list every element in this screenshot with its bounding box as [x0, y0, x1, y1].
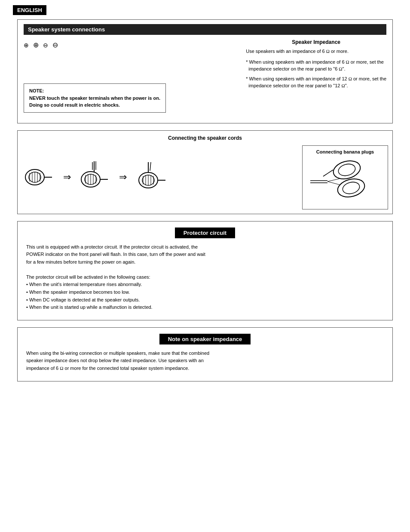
impedance-line3: impedance selector on the rear panel to …	[246, 65, 386, 73]
protector-line7: • When the speaker impedance becomes too…	[26, 289, 384, 296]
protector-line8: • When DC voltage is detected at the spe…	[26, 296, 384, 304]
impedance-line1: Use speakers with an impedance of 6 Ω or…	[246, 48, 386, 55]
terminal-3: ⊖	[43, 42, 48, 49]
protector-title: Protector circuit	[175, 228, 235, 238]
svg-point-31	[331, 158, 362, 181]
impedance-title: Speaker Impedance	[246, 39, 386, 45]
impedance-note-line1: When using the bi-wiring connection or m…	[26, 350, 384, 357]
protector-line1: This unit is equipped with a protector c…	[26, 243, 384, 251]
note-line1: NEVER touch the speaker terminals when t…	[29, 95, 160, 102]
protector-line2: POWER indicator on the front panel will …	[26, 251, 384, 258]
connector-wire-svg	[78, 158, 112, 197]
banana-plugs-box: Connecting banana plugs	[302, 145, 388, 209]
language-header: ENGLISH	[13, 5, 46, 15]
cord-steps: ⇒	[22, 158, 298, 197]
step2-connector	[78, 158, 112, 197]
impedance-text: Use speakers with an impedance of 6 Ω or…	[246, 48, 386, 89]
terminal-2: ⊕	[33, 41, 39, 49]
impedance-note-section: Note on speaker impedance When using the…	[17, 327, 393, 381]
svg-line-36	[327, 178, 340, 181]
connector-closed-svg	[22, 160, 56, 194]
protector-line6: • When the unit's internal temperature r…	[26, 281, 384, 289]
note-label: NOTE:	[29, 88, 44, 93]
step1-connector	[22, 160, 56, 194]
cord-section-title: Connecting the speaker cords	[22, 135, 388, 141]
impedance-line4: * When using speakers with an impedance …	[246, 75, 386, 83]
svg-point-32	[337, 162, 356, 177]
protector-line3: for a few minutes before turning the pow…	[26, 258, 384, 266]
cord-section: Connecting the speaker cords	[17, 130, 393, 214]
step3-connector	[134, 158, 168, 197]
impedance-col: Speaker Impedance Use speakers with an i…	[246, 39, 386, 89]
svg-line-33	[323, 170, 333, 176]
arrow1: ⇒	[63, 172, 71, 183]
speaker-terminals-col: ⊕ ⊕ ⊖ ⊖ NOTE: NEVER touch the speaker te…	[24, 39, 237, 113]
svg-point-35	[341, 180, 361, 195]
note-line2: Doing so could result in electric shocks…	[29, 101, 160, 109]
protector-line9: • When the unit is started up while a ma…	[26, 304, 384, 311]
impedance-note-text: When using the bi-wiring connection or m…	[26, 350, 384, 372]
connector-inserted-svg	[134, 158, 168, 197]
impedance-note-line2: speaker impedance does not drop below th…	[26, 357, 384, 365]
note-box: NOTE: NEVER touch the speaker terminals …	[24, 83, 166, 113]
terminal-1: ⊕	[24, 42, 29, 49]
protector-section: Protector circuit This unit is equipped …	[17, 221, 393, 320]
speaker-system-section: Speaker system connections ⊕ ⊕ ⊖ ⊖ NOTE:…	[17, 19, 393, 123]
protector-line5: The protector circuit will be activated …	[26, 274, 384, 281]
impedance-note-title: Note on speaker impedance	[159, 334, 251, 344]
impedance-note-title-container: Note on speaker impedance	[26, 334, 384, 344]
terminal-symbols: ⊕ ⊕ ⊖ ⊖	[24, 41, 237, 49]
cord-inner: ⇒	[22, 145, 388, 209]
impedance-line5: impedance selector on the rear panel to …	[246, 82, 386, 89]
speaker-section-title: Speaker system connections	[24, 24, 386, 35]
impedance-line2: * When using speakers with an impedance …	[246, 58, 386, 66]
svg-line-37	[327, 181, 340, 185]
impedance-note-line3: impedance of 6 Ω or more for the connect…	[26, 365, 384, 372]
svg-point-34	[336, 176, 367, 200]
banana-plugs-title: Connecting banana plugs	[306, 149, 384, 154]
banana-plugs-svg	[306, 157, 379, 204]
svg-line-22	[150, 162, 151, 171]
terminal-4: ⊖	[52, 41, 58, 49]
protector-title-container: Protector circuit	[26, 228, 384, 238]
arrow2: ⇒	[119, 172, 127, 183]
protector-text: This unit is equipped with a protector c…	[26, 243, 384, 311]
